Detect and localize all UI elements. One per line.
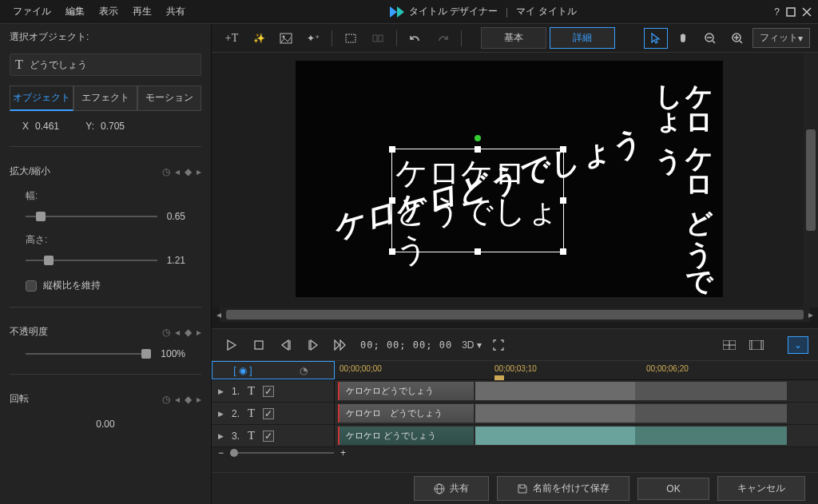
- prev-keyframe-icon[interactable]: ◂: [175, 166, 180, 177]
- height-value[interactable]: 1.21: [167, 255, 185, 266]
- clip-3[interactable]: ケロケロ どうでしょう: [338, 427, 474, 445]
- expand-icon[interactable]: ▶: [218, 410, 224, 418]
- opacity-slider[interactable]: [26, 353, 151, 355]
- close-icon[interactable]: [802, 6, 812, 18]
- menu-edit[interactable]: 編集: [59, 2, 91, 22]
- zoom-in-button[interactable]: [725, 28, 749, 49]
- tab-effect[interactable]: エフェクト: [73, 85, 137, 111]
- resize-handle-bl[interactable]: [389, 248, 395, 255]
- scroll-right-icon[interactable]: ▸: [808, 309, 813, 320]
- stop-button[interactable]: [248, 335, 269, 355]
- zoom-plus-icon[interactable]: +: [340, 447, 346, 458]
- stopwatch-icon[interactable]: ◷: [162, 166, 170, 177]
- effects-button[interactable]: ✦⁺: [301, 28, 325, 49]
- image-button[interactable]: [274, 28, 298, 49]
- svg-point-6: [283, 35, 285, 38]
- marker-clock-icon[interactable]: ◔: [284, 365, 324, 376]
- marker-in-icon[interactable]: [ ◉ ]: [223, 365, 263, 376]
- next-keyframe-icon[interactable]: ▸: [197, 166, 201, 177]
- menu-play[interactable]: 再生: [126, 2, 158, 22]
- preview-scrollbar-x[interactable]: ◂ ▸: [220, 308, 810, 322]
- add-keyframe-icon[interactable]: ◆: [185, 394, 192, 405]
- object-name-field[interactable]: T どうでしょう: [10, 54, 201, 76]
- pointer-tool[interactable]: [644, 28, 668, 49]
- clip-1[interactable]: ケロケロどうでしょう: [338, 382, 474, 400]
- opacity-value[interactable]: 100%: [161, 348, 185, 359]
- menu-share[interactable]: 共有: [160, 2, 192, 22]
- maximize-icon[interactable]: [786, 6, 796, 18]
- tab-object[interactable]: オブジェクト: [10, 85, 73, 111]
- width-slider[interactable]: [26, 216, 157, 217]
- menu-file[interactable]: ファイル: [6, 2, 58, 22]
- zoom-minus-icon[interactable]: −: [218, 447, 224, 458]
- undo-button[interactable]: [403, 28, 427, 49]
- mode-detail-button[interactable]: 詳細: [550, 27, 615, 49]
- fullscreen-button[interactable]: [488, 335, 509, 355]
- add-text-button[interactable]: +T: [220, 28, 244, 49]
- preview-scrollbar-y[interactable]: [804, 53, 818, 308]
- width-value[interactable]: 0.65: [167, 211, 185, 222]
- height-slider[interactable]: [26, 260, 157, 261]
- add-keyframe-icon[interactable]: ◆: [185, 327, 192, 338]
- prev-keyframe-icon[interactable]: ◂: [175, 327, 180, 338]
- next-keyframe-icon[interactable]: ▸: [197, 327, 201, 338]
- cancel-button[interactable]: キャンセル: [717, 476, 805, 501]
- rotation-handle[interactable]: [475, 135, 481, 141]
- keep-aspect-checkbox[interactable]: [26, 280, 37, 292]
- tab-motion[interactable]: モーション: [137, 85, 201, 111]
- track-header-1[interactable]: ▶ 1. T ✓: [212, 380, 335, 402]
- visibility-checkbox[interactable]: ✓: [263, 431, 274, 442]
- film-icon[interactable]: [746, 335, 767, 355]
- 3d-toggle[interactable]: 3D ▾: [462, 335, 481, 355]
- stopwatch-icon[interactable]: ◷: [162, 327, 170, 338]
- resize-handle-tm[interactable]: [475, 146, 481, 153]
- stopwatch-icon[interactable]: ◷: [162, 394, 170, 405]
- expand-icon[interactable]: ▶: [218, 387, 224, 395]
- preview-text-2[interactable]: ケロケロどうでしょう: [653, 65, 713, 289]
- expand-icon[interactable]: ▶: [218, 432, 224, 440]
- help-icon[interactable]: ?: [774, 6, 780, 18]
- next-frame-button[interactable]: [303, 335, 324, 355]
- visibility-checkbox[interactable]: ✓: [263, 386, 274, 397]
- zoom-dropdown[interactable]: フィット ▾: [752, 28, 810, 48]
- scroll-left-icon[interactable]: ◂: [216, 309, 221, 320]
- save-as-button[interactable]: 名前を付けて保存: [497, 476, 629, 501]
- zoom-out-button[interactable]: [698, 28, 722, 49]
- preview-text-3-selected[interactable]: ケロケロ どうでしょう: [391, 149, 564, 252]
- grid-icon[interactable]: [719, 335, 740, 355]
- particle-button[interactable]: ✨: [247, 28, 271, 49]
- share-button[interactable]: 共有: [414, 476, 489, 501]
- track-header-3[interactable]: ▶ 3. T ✓: [212, 425, 335, 446]
- play-button[interactable]: [221, 335, 242, 355]
- preview-canvas[interactable]: ケロケロどうでしょう ケロケロどうでしょう ケロケロ どうでしょう: [220, 61, 796, 300]
- pan-tool[interactable]: [671, 28, 695, 49]
- resize-handle-br[interactable]: [560, 248, 566, 255]
- ok-button[interactable]: OK: [637, 478, 709, 500]
- timeline-ruler[interactable]: 00;00;00;00 00;00;03;10 00;00;06;20: [335, 361, 818, 379]
- track-content-3[interactable]: ケロケロ どうでしょう: [335, 425, 818, 446]
- resize-handle-ml[interactable]: [389, 197, 395, 204]
- crop-button[interactable]: [339, 28, 363, 49]
- resize-handle-mr[interactable]: [560, 197, 566, 204]
- clip-2[interactable]: ケロケロ どうでしょう: [338, 404, 474, 423]
- next-keyframe-icon[interactable]: ▸: [197, 394, 201, 405]
- visibility-checkbox[interactable]: ✓: [263, 408, 274, 419]
- menu-view[interactable]: 表示: [93, 2, 125, 22]
- mode-basic-button[interactable]: 基本: [481, 27, 546, 49]
- x-value[interactable]: 0.461: [35, 121, 75, 132]
- track-content-1[interactable]: ケロケロどうでしょう: [335, 380, 818, 402]
- track-content-2[interactable]: ケロケロ どうでしょう: [335, 403, 818, 424]
- resize-handle-tr[interactable]: [560, 146, 566, 153]
- prev-keyframe-icon[interactable]: ◂: [175, 394, 180, 405]
- fast-forward-button[interactable]: [330, 335, 351, 355]
- y-value[interactable]: 0.705: [101, 121, 141, 132]
- timecode-display[interactable]: 00; 00; 00; 00: [357, 339, 455, 351]
- prev-frame-button[interactable]: [276, 335, 296, 355]
- track-header-2[interactable]: ▶ 2. T ✓: [212, 403, 335, 424]
- zoom-slider[interactable]: [230, 452, 334, 454]
- add-keyframe-icon[interactable]: ◆: [185, 166, 192, 177]
- resize-handle-bm[interactable]: [475, 248, 481, 255]
- rotation-value[interactable]: 0.00: [10, 415, 201, 433]
- resize-handle-tl[interactable]: [389, 146, 395, 153]
- expand-dropdown[interactable]: ⌄: [788, 336, 808, 354]
